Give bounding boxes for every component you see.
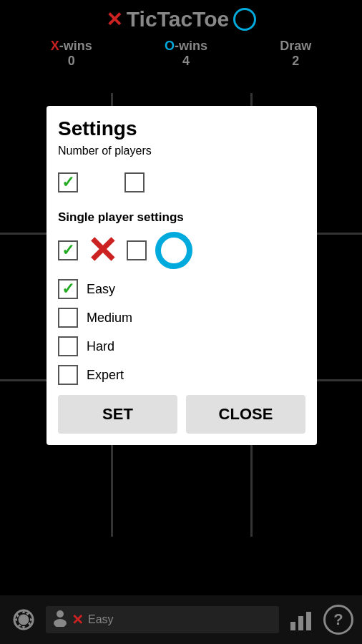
settings-icon[interactable] bbox=[9, 605, 39, 635]
hard-row: Hard bbox=[58, 336, 305, 356]
header-o-icon bbox=[233, 8, 256, 31]
o-wins-label: O-wins bbox=[165, 39, 207, 54]
expert-row: Expert bbox=[58, 365, 305, 385]
bottom-bar: ✕ Easy ? bbox=[0, 595, 362, 644]
svg-point-11 bbox=[54, 619, 67, 627]
x-wins-score: X-wins 0 bbox=[51, 39, 92, 69]
x-wins-label: X-wins bbox=[51, 39, 92, 54]
medium-row: Medium bbox=[58, 308, 305, 328]
svg-point-10 bbox=[57, 610, 64, 618]
easy-row: ✓ Easy bbox=[58, 279, 305, 299]
svg-point-1 bbox=[89, 185, 114, 200]
stats-icon[interactable] bbox=[286, 605, 316, 635]
o-symbol-icon bbox=[155, 232, 192, 269]
x-wins-value: 0 bbox=[68, 54, 75, 69]
single-player-checkbox[interactable]: ✓ bbox=[58, 172, 78, 192]
hard-checkbox[interactable] bbox=[58, 336, 78, 356]
draw-value: 2 bbox=[292, 54, 299, 69]
svg-point-4 bbox=[166, 170, 177, 181]
set-button[interactable]: SET bbox=[58, 395, 177, 434]
status-x-icon: ✕ bbox=[72, 611, 84, 628]
x-symbol-checkbox[interactable]: ✓ bbox=[58, 240, 78, 260]
two-player-icon bbox=[152, 165, 184, 200]
svg-rect-12 bbox=[290, 622, 295, 630]
easy-checkbox[interactable]: ✓ bbox=[58, 279, 78, 299]
o-wins-score: O-wins 4 bbox=[165, 39, 207, 69]
app-title: TicTacToe bbox=[127, 7, 229, 31]
score-row: X-wins 0 O-wins 4 Draw 2 bbox=[0, 36, 362, 76]
status-player-icon bbox=[53, 610, 67, 630]
expert-label: Expert bbox=[87, 368, 124, 383]
settings-buttons: SET CLOSE bbox=[58, 395, 305, 434]
symbol-selection-row: ✓ ✕ bbox=[58, 232, 305, 269]
medium-checkbox[interactable] bbox=[58, 308, 78, 328]
header-x-icon: ✕ bbox=[106, 8, 122, 31]
single-player-icon bbox=[85, 165, 117, 200]
svg-point-0 bbox=[94, 166, 109, 182]
svg-point-2 bbox=[156, 170, 167, 181]
two-player-checkbox[interactable] bbox=[124, 172, 145, 192]
hard-label: Hard bbox=[87, 339, 114, 354]
x-checkbox-checkmark: ✓ bbox=[62, 241, 74, 260]
settings-modal: Settings Number of players ✓ Singl bbox=[47, 106, 317, 445]
checkbox-checkmark: ✓ bbox=[62, 173, 74, 192]
draw-label: Draw bbox=[280, 39, 311, 54]
draw-score: Draw 2 bbox=[280, 39, 311, 69]
svg-point-5 bbox=[167, 183, 182, 195]
status-bar: ✕ Easy bbox=[46, 606, 279, 633]
help-icon[interactable]: ? bbox=[323, 605, 353, 635]
svg-point-9 bbox=[20, 616, 27, 623]
expert-checkbox[interactable] bbox=[58, 365, 78, 385]
o-symbol-checkbox[interactable] bbox=[127, 240, 147, 260]
settings-title: Settings bbox=[58, 117, 305, 140]
svg-rect-14 bbox=[306, 612, 311, 630]
svg-rect-13 bbox=[298, 616, 303, 630]
easy-label: Easy bbox=[87, 282, 115, 297]
app-header: ✕ TicTacToe bbox=[0, 0, 362, 36]
medium-label: Medium bbox=[87, 311, 132, 326]
easy-checkmark: ✓ bbox=[62, 280, 74, 298]
num-players-label: Number of players bbox=[58, 145, 305, 157]
x-symbol-icon: ✕ bbox=[87, 232, 118, 269]
close-button[interactable]: CLOSE bbox=[186, 395, 305, 434]
single-player-settings-label: Single player settings bbox=[58, 210, 305, 225]
player-selection-row: ✓ bbox=[58, 165, 305, 200]
o-wins-value: 4 bbox=[182, 54, 190, 69]
svg-point-3 bbox=[153, 183, 169, 195]
status-difficulty: Easy bbox=[88, 613, 114, 626]
